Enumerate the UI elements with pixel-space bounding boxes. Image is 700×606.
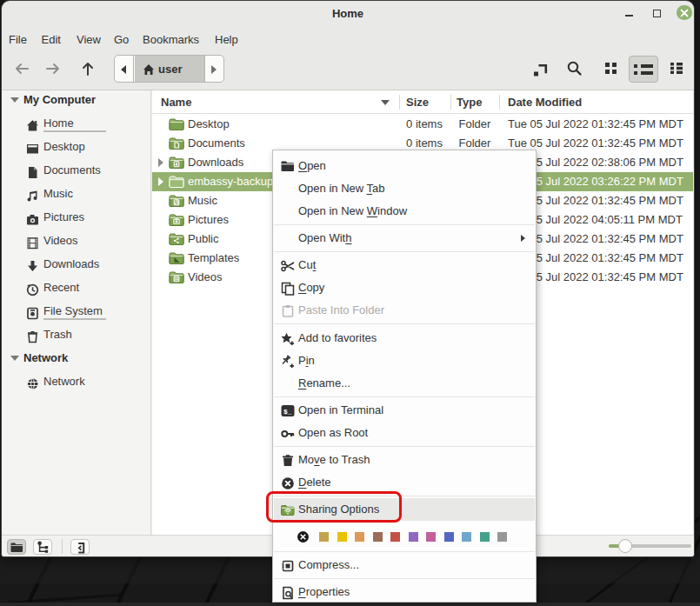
svg-text:$_: $_ — [283, 407, 292, 415]
